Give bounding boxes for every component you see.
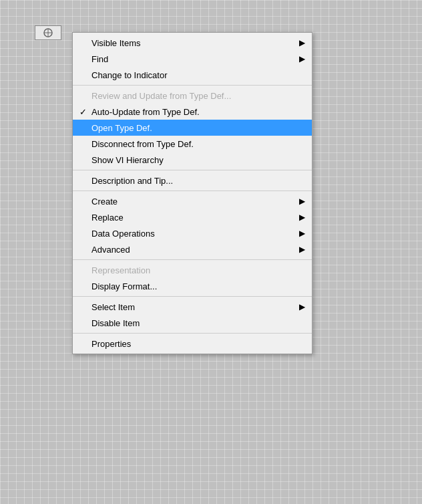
menu-divider: [73, 85, 312, 86]
menu-item-disable-item[interactable]: Disable Item: [73, 315, 312, 331]
menu-item-label: Disable Item: [91, 318, 298, 328]
checkmark-icon: ✓: [79, 107, 87, 117]
submenu-arrow-icon: ▶: [299, 245, 305, 254]
menu-item-create[interactable]: Create▶: [73, 193, 312, 209]
menu-item-label: Change to Indicator: [91, 70, 298, 80]
menu-item-label: Select Item: [91, 302, 298, 312]
menu-item-review-update: Review and Update from Type Def...: [73, 88, 312, 104]
menu-divider: [73, 296, 312, 297]
menu-item-label: Visible Items: [91, 38, 298, 48]
menu-item-label: Show VI Hierarchy: [91, 155, 298, 165]
menu-item-auto-update[interactable]: ✓Auto-Update from Type Def.: [73, 104, 312, 120]
menu-item-properties[interactable]: Properties: [73, 336, 312, 352]
menu-item-label: Data Operations: [91, 229, 298, 239]
submenu-arrow-icon: ▶: [299, 38, 305, 47]
submenu-arrow-icon: ▶: [299, 229, 305, 238]
menu-item-label: Description and Tip...: [91, 176, 298, 186]
menu-divider: [73, 333, 312, 334]
menu-item-change-to-indicator[interactable]: Change to Indicator: [73, 67, 312, 83]
menu-item-label: Disconnect from Type Def.: [91, 139, 298, 149]
menu-item-visible-items[interactable]: Visible Items▶: [73, 35, 312, 51]
menu-divider: [73, 170, 312, 170]
menu-item-find[interactable]: Find▶: [73, 51, 312, 67]
menu-divider: [73, 259, 312, 260]
menu-item-label: Replace: [91, 213, 298, 223]
submenu-arrow-icon: ▶: [299, 302, 305, 311]
menu-item-data-operations[interactable]: Data Operations▶: [73, 225, 312, 241]
menu-item-open-type-def[interactable]: Open Type Def.: [73, 120, 312, 136]
menu-item-label: Representation: [91, 265, 298, 275]
menu-divider: [73, 191, 312, 191]
menu-item-label: Display Format...: [91, 281, 298, 291]
enum-icon: [43, 27, 53, 38]
menu-item-label: Auto-Update from Type Def.: [91, 107, 298, 117]
menu-item-display-format[interactable]: Display Format...: [73, 278, 312, 294]
menu-item-label: Review and Update from Type Def...: [91, 91, 298, 101]
submenu-arrow-icon: ▶: [299, 54, 305, 64]
menu-item-label: Create: [91, 197, 298, 207]
menu-item-advanced[interactable]: Advanced▶: [73, 241, 312, 257]
submenu-arrow-icon: ▶: [299, 213, 305, 222]
menu-item-replace[interactable]: Replace▶: [73, 209, 312, 225]
menu-item-disconnect-type-def[interactable]: Disconnect from Type Def.: [73, 136, 312, 152]
menu-item-select-item[interactable]: Select Item▶: [73, 299, 312, 315]
menu-item-description-tip[interactable]: Description and Tip...: [73, 172, 312, 188]
context-menu: Visible Items▶Find▶Change to IndicatorRe…: [72, 32, 312, 354]
menu-item-label: Find: [91, 54, 298, 64]
menu-item-label: Properties: [91, 339, 298, 349]
menu-item-label: Advanced: [91, 245, 298, 255]
menu-item-show-vi-hierarchy[interactable]: Show VI Hierarchy: [73, 152, 312, 168]
menu-item-representation: Representation: [73, 262, 312, 278]
submenu-arrow-icon: ▶: [299, 197, 305, 206]
enum-control[interactable]: [35, 25, 61, 40]
menu-item-label: Open Type Def.: [91, 123, 298, 133]
